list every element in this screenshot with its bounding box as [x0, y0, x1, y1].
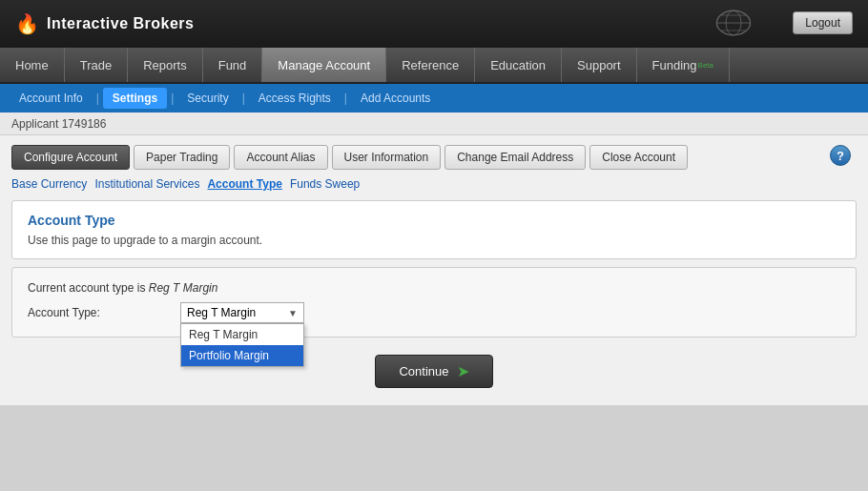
nav-item-reports[interactable]: Reports [128, 48, 203, 82]
option-portfolio-margin[interactable]: Portfolio Margin [181, 345, 303, 366]
nav-item-support[interactable]: Support [562, 48, 637, 82]
dropdown-arrow-icon: ▼ [288, 308, 298, 318]
nav-item-education[interactable]: Education [475, 48, 562, 82]
sub-tab-base-currency[interactable]: Base Currency [11, 177, 87, 191]
account-type-select[interactable]: Reg T Margin ▼ [180, 302, 304, 323]
separator-2: | [171, 92, 174, 105]
tab-close-account[interactable]: Close Account [589, 145, 688, 170]
help-icon[interactable]: ? [830, 145, 851, 166]
tab-buttons: Configure Account Paper Trading Account … [11, 145, 857, 170]
account-type-description: Use this page to upgrade to a margin acc… [28, 234, 840, 247]
sub-nav-account-info[interactable]: Account Info [10, 88, 93, 109]
separator-4: | [344, 92, 347, 105]
beta-badge: Beta [698, 61, 713, 70]
separator-1: | [96, 92, 99, 105]
sub-tab-funds-sweep[interactable]: Funds Sweep [290, 177, 360, 191]
account-type-title: Account Type [28, 213, 840, 228]
tab-paper-trading[interactable]: Paper Trading [134, 145, 230, 170]
tab-configure-account[interactable]: Configure Account [11, 145, 130, 170]
sub-nav-add-accounts[interactable]: Add Accounts [351, 88, 440, 109]
account-type-dropdown-row: Account Type: Reg T Margin ▼ Reg T Margi… [28, 302, 840, 323]
nav-bar: Home Trade Reports Fund Manage Account R… [0, 48, 868, 84]
selected-option-text: Reg T Margin [187, 306, 256, 319]
logo-area: 🔥 Interactive Brokers [15, 12, 194, 35]
globe-icon [713, 8, 754, 38]
sub-tab-institutional-services[interactable]: Institutional Services [94, 177, 199, 191]
account-type-panel: Account Type Use this page to upgrade to… [11, 200, 857, 259]
dropdown-wrapper: Reg T Margin ▼ Reg T Margin Portfolio Ma… [180, 302, 304, 323]
sub-tab-links: Base Currency Institutional Services Acc… [11, 177, 857, 191]
nav-item-fund[interactable]: Fund [203, 48, 263, 82]
nav-item-reference[interactable]: Reference [386, 48, 475, 82]
option-reg-t-margin[interactable]: Reg T Margin [181, 324, 303, 345]
logo-text: Interactive Brokers [47, 15, 194, 32]
nav-item-funding[interactable]: FundingBeta [637, 48, 730, 82]
tab-user-information[interactable]: User Information [332, 145, 442, 170]
sub-nav-access-rights[interactable]: Access Rights [249, 88, 341, 109]
current-type-row: Current account type is Reg T Margin [28, 281, 840, 295]
tab-change-email[interactable]: Change Email Address [444, 145, 586, 170]
continue-button[interactable]: Continue ➤ [375, 355, 492, 388]
sub-nav-security[interactable]: Security [177, 88, 238, 109]
separator-3: | [242, 92, 245, 105]
logo-flame-icon: 🔥 [15, 12, 39, 35]
logout-button[interactable]: Logout [793, 11, 853, 34]
continue-label: Continue [399, 364, 448, 378]
current-type-label: Current account type is Reg T Margin [28, 281, 217, 295]
continue-arrow-icon: ➤ [457, 362, 469, 380]
nav-item-home[interactable]: Home [0, 48, 65, 82]
continue-area: Continue ➤ [11, 347, 857, 396]
header: 🔥 Interactive Brokers Logout [0, 0, 868, 48]
breadcrumb: Applicant 1749186 [0, 113, 868, 135]
form-panel: Current account type is Reg T Margin Acc… [11, 267, 857, 338]
dropdown-menu: Reg T Margin Portfolio Margin [180, 323, 304, 367]
nav-item-trade[interactable]: Trade [65, 48, 128, 82]
dropdown-label: Account Type: [28, 302, 180, 319]
sub-tab-account-type[interactable]: Account Type [207, 177, 281, 191]
sub-nav-settings[interactable]: Settings [103, 88, 167, 109]
tab-account-alias[interactable]: Account Alias [234, 145, 327, 170]
current-type-value: Reg T Margin [149, 281, 218, 295]
nav-item-manage-account[interactable]: Manage Account [262, 48, 386, 82]
sub-nav: Account Info | Settings | Security | Acc… [0, 84, 868, 113]
main-content: ? Configure Account Paper Trading Accoun… [0, 135, 868, 405]
